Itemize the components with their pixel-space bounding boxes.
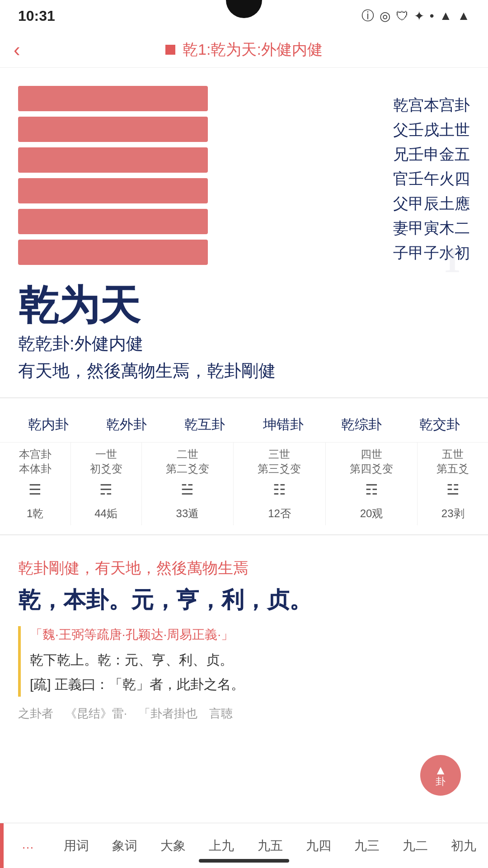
- tab-inner[interactable]: 乾内卦: [9, 407, 87, 442]
- hex-label-4: 父甲辰土應: [226, 191, 470, 216]
- scroll-up-button[interactable]: ▲ 卦: [420, 755, 461, 796]
- bottom-nav-item-jiusi[interactable]: 九四: [294, 828, 343, 863]
- table-hex-row: ☰ ☴ ☱ ☷ ☶ ☳: [0, 478, 488, 502]
- bottom-nav-item-daxiang[interactable]: 大象: [149, 828, 197, 863]
- mini-hex-1: ☴: [70, 478, 141, 502]
- transform-table: 本宫卦本体卦 一世初爻变 二世第二爻变 三世第三爻变 四世第四爻变 五世第五爻 …: [0, 443, 488, 525]
- bottom-nav-item-xiangci[interactable]: 象词: [100, 828, 149, 863]
- subtitle-1: 乾乾卦:外健内健: [18, 332, 470, 355]
- bottom-nav-item-dots[interactable]: …: [4, 828, 52, 863]
- commentary-main: 乾，本卦。元，亨，利，贞。: [18, 583, 470, 617]
- subtitle-2: 有天地，然後萬物生焉，乾卦剛健: [18, 358, 470, 384]
- commentary-quote-box: 「魏·王弼等疏唐·孔颖达·周易正義·」 乾下乾上。乾：元、亨、利、贞。 [疏] …: [18, 626, 470, 697]
- table-header-row: 本宫卦本体卦 一世初爻变 二世第二爻变 三世第三爻变 四世第四爻变 五世第五爻: [0, 443, 488, 478]
- hex-num-1[interactable]: 44姤: [70, 502, 141, 525]
- home-indicator: [199, 859, 289, 863]
- hexagram-section: 乾宫本宫卦 父壬戌土世 兄壬申金五 官壬午火四 父甲辰土應 妻甲寅木二 子甲子水…: [0, 68, 488, 274]
- commentary-title: 乾卦剛健，有天地，然後萬物生焉: [18, 558, 470, 579]
- mini-hex-3: ☷: [234, 478, 326, 502]
- notification-icon: ⓘ: [361, 7, 374, 24]
- bottom-nav-item-chujiu[interactable]: 初九: [440, 828, 488, 863]
- commentary-quote-text: 乾下乾上。乾：元、亨、利、贞。 [疏] 正義曰：「乾」者，此卦之名。: [30, 648, 470, 697]
- header-icon: [165, 45, 175, 55]
- tab-comprehensive[interactable]: 乾综卦: [322, 407, 400, 442]
- hex-line-5: [18, 117, 208, 142]
- back-button[interactable]: ‹: [14, 38, 20, 61]
- hex-label-6: 子甲子水初: [226, 241, 470, 265]
- hex-line-4: [18, 147, 208, 173]
- commentary-quote-title: 「魏·王弼等疏唐·孔颖达·周易正義·」: [30, 626, 470, 643]
- bottom-nav-item-yongci[interactable]: 用词: [52, 828, 100, 863]
- commentary-section: 乾卦剛健，有天地，然後萬物生焉 乾，本卦。元，亨，利，贞。 「魏·王弼等疏唐·孔…: [0, 544, 488, 735]
- hex-label-2: 兄壬申金五: [226, 142, 470, 166]
- mini-hex-5: ☳: [418, 478, 488, 502]
- separator-icon: •: [430, 9, 434, 23]
- hex-line-6: [18, 86, 208, 111]
- bottom-nav-item-jiusan[interactable]: 九三: [343, 828, 391, 863]
- header-title: 乾1:乾为天:外健内健: [165, 39, 323, 60]
- dot-icon: ✦: [414, 9, 424, 24]
- mini-hex-2: ☱: [141, 478, 234, 502]
- hexagram-labels: 乾宫本宫卦 父壬戌土世 兄壬申金五 官壬午火四 父甲辰土應 妻甲寅木二 子甲子水…: [226, 86, 470, 265]
- status-icons: ⓘ ◎ 🛡 ✦ • ▲ ▲: [361, 7, 470, 24]
- table-num-row: 1乾 44姤 33遁 12否 20观 23剥: [0, 502, 488, 525]
- bottom-nav-item-jiuer[interactable]: 九二: [391, 828, 440, 863]
- commentary-extra: 之卦者 《昆结》雷· 「卦者掛也 言聴: [18, 706, 470, 722]
- hex-label-1: 父壬戌土世: [226, 118, 470, 142]
- mini-hex-0: ☰: [0, 478, 70, 502]
- th-0: 本宫卦本体卦: [0, 443, 70, 478]
- bottom-nav-items[interactable]: … 用词 象词 大象 上九 九五 九四 九三 九二 初九: [4, 828, 488, 863]
- main-title-section: 乾为天 乾乾卦:外健内健 有天地，然後萬物生焉，乾卦剛健: [0, 274, 488, 388]
- hex-line-1: [18, 240, 208, 265]
- tab-exchange[interactable]: 乾交卦: [401, 407, 479, 442]
- bottom-nav-item-jiuwu[interactable]: 九五: [246, 828, 294, 863]
- status-time: 10:31: [18, 8, 55, 24]
- th-5: 五世第五爻: [418, 443, 488, 478]
- bottom-nav-indicator: [0, 823, 4, 868]
- hex-num-3[interactable]: 12否: [234, 502, 326, 525]
- th-4: 四世第四爻变: [325, 443, 418, 478]
- divider-2: [0, 534, 488, 535]
- tab-error[interactable]: 坤错卦: [244, 407, 322, 442]
- hex-num-2[interactable]: 33遁: [141, 502, 234, 525]
- scroll-up-arrow: ▲: [434, 764, 447, 777]
- hexagram-lines: [18, 86, 208, 265]
- hex-label-3: 官壬午火四: [226, 166, 470, 191]
- header-title-text: 乾1:乾为天:外健内健: [183, 39, 323, 60]
- hex-label-0: 乾宫本宫卦: [226, 93, 470, 117]
- hex-num-5[interactable]: 23剥: [418, 502, 488, 525]
- alarm-icon: ◎: [380, 9, 390, 24]
- signal-icon: ▲: [457, 9, 470, 23]
- tab-mutual[interactable]: 乾互卦: [166, 407, 244, 442]
- main-title: 乾为天: [18, 283, 470, 328]
- tab-outer[interactable]: 乾外卦: [87, 407, 165, 442]
- wifi-icon: ▲: [440, 9, 452, 23]
- nav-tabs[interactable]: 乾内卦 乾外卦 乾互卦 坤错卦 乾综卦 乾交卦: [0, 407, 488, 443]
- shield-icon: 🛡: [396, 9, 408, 24]
- th-3: 三世第三爻变: [234, 443, 326, 478]
- hex-num-4[interactable]: 20观: [325, 502, 418, 525]
- th-2: 二世第二爻变: [141, 443, 234, 478]
- scroll-up-label: 卦: [436, 777, 446, 787]
- hex-label-5: 妻甲寅木二: [226, 216, 470, 240]
- bottom-nav-item-shangjiu[interactable]: 上九: [197, 828, 246, 863]
- hex-line-2: [18, 209, 208, 234]
- page-header: ‹ 乾1:乾为天:外健内健: [0, 32, 488, 68]
- mini-hex-4: ☶: [325, 478, 418, 502]
- hex-num-0[interactable]: 1乾: [0, 502, 70, 525]
- hex-line-3: [18, 178, 208, 203]
- divider-1: [0, 397, 488, 398]
- th-1: 一世初爻变: [70, 443, 141, 478]
- transform-table-wrapper: 本宫卦本体卦 一世初爻变 二世第二爻变 三世第三爻变 四世第四爻变 五世第五爻 …: [0, 443, 488, 525]
